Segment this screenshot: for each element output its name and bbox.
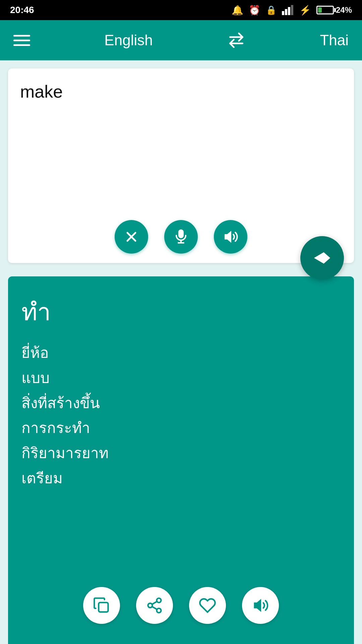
- svg-marker-7: [225, 231, 231, 243]
- svg-rect-0: [282, 11, 284, 15]
- copy-button[interactable]: [83, 587, 120, 624]
- alt-translation-2: แบบ: [21, 370, 50, 386]
- content-area: ทำ ยี่ห้อ แบบ สิ่งที่สร้างขึ้น การกระทำ …: [0, 60, 362, 644]
- clear-button[interactable]: [115, 220, 148, 254]
- speaker-icon: [223, 229, 239, 245]
- copy-icon: [93, 597, 110, 614]
- microphone-button[interactable]: [164, 220, 198, 254]
- favorite-button[interactable]: [189, 587, 226, 624]
- status-icons: 🔔 ⏰ 🔒 ⚡ 24%: [232, 5, 352, 16]
- translate-button[interactable]: [300, 236, 344, 280]
- close-icon: [123, 229, 139, 245]
- svg-rect-4: [178, 229, 184, 238]
- signal-icon: [282, 5, 294, 15]
- share-icon: [146, 597, 163, 614]
- svg-point-13: [157, 608, 161, 613]
- notification-icon: 🔔: [232, 5, 243, 16]
- heart-icon: [199, 597, 216, 614]
- svg-line-15: [152, 601, 157, 604]
- alt-translation-1: ยี่ห้อ: [21, 344, 49, 361]
- menu-button[interactable]: [13, 35, 30, 46]
- svg-marker-8: [314, 252, 330, 258]
- toolbar: English Thai: [0, 20, 362, 60]
- status-bar: 20:46 🔔 ⏰ 🔒 ⚡ 24%: [0, 0, 362, 20]
- svg-rect-10: [99, 602, 108, 612]
- speaker-output-icon: [252, 597, 269, 614]
- lock-icon: 🔒: [266, 5, 277, 15]
- source-language-button[interactable]: English: [104, 32, 153, 49]
- speak-input-button[interactable]: [214, 220, 247, 254]
- speak-output-button[interactable]: [242, 587, 279, 624]
- output-card: ทำ ยี่ห้อ แบบ สิ่งที่สร้างขึ้น การกระทำ …: [8, 276, 354, 644]
- battery-indicator: 24%: [316, 5, 352, 15]
- alt-translation-3: สิ่งที่สร้างขึ้น: [21, 395, 100, 411]
- output-actions: [21, 587, 341, 631]
- svg-point-11: [157, 598, 161, 602]
- svg-rect-1: [285, 9, 287, 15]
- input-actions: [20, 220, 342, 254]
- swap-languages-button[interactable]: [227, 31, 246, 50]
- main-translation: ทำ: [21, 292, 341, 331]
- alt-translation-6: เตรียม: [21, 470, 63, 486]
- alternative-translations: ยี่ห้อ แบบ สิ่งที่สร้างขึ้น การกระทำ กิร…: [21, 340, 341, 575]
- microphone-icon: [173, 229, 189, 245]
- charging-icon: ⚡: [299, 5, 311, 16]
- svg-point-12: [148, 603, 153, 608]
- alarm-icon: ⏰: [249, 5, 260, 16]
- target-language-button[interactable]: Thai: [320, 32, 349, 49]
- battery-percent: 24%: [336, 5, 352, 15]
- svg-rect-3: [291, 5, 293, 15]
- send-icon: [312, 248, 332, 268]
- svg-marker-16: [254, 599, 261, 612]
- svg-marker-9: [314, 258, 330, 264]
- svg-rect-2: [288, 7, 290, 15]
- input-card: [8, 68, 354, 263]
- alt-translation-4: การกระทำ: [21, 420, 90, 436]
- svg-line-14: [152, 606, 157, 609]
- source-text-input[interactable]: [20, 80, 342, 212]
- status-time: 20:46: [10, 5, 34, 15]
- alt-translation-5: กิริยามารยาท: [21, 445, 109, 461]
- share-button[interactable]: [136, 587, 173, 624]
